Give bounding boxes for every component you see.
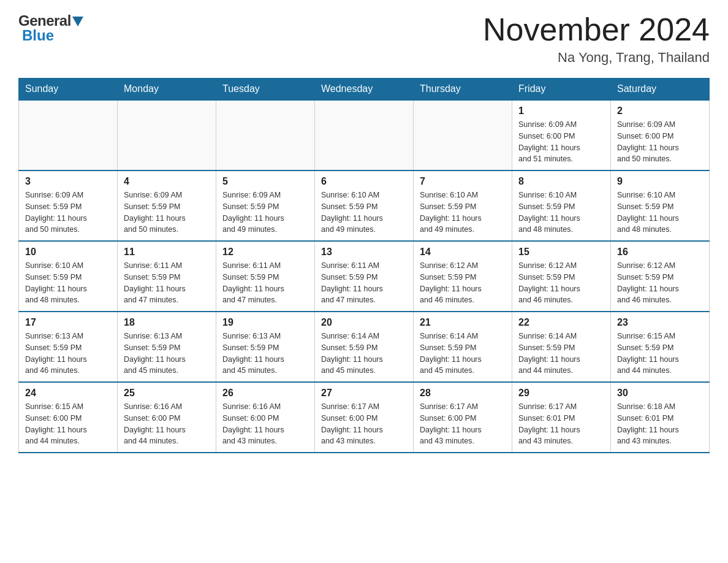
- day-info: Sunrise: 6:10 AM Sunset: 5:59 PM Dayligh…: [617, 190, 703, 236]
- day-number: 13: [321, 247, 407, 258]
- calendar-week-4: 17Sunrise: 6:13 AM Sunset: 5:59 PM Dayli…: [19, 312, 710, 382]
- day-info: Sunrise: 6:17 AM Sunset: 6:00 PM Dayligh…: [420, 401, 506, 447]
- day-info: Sunrise: 6:17 AM Sunset: 6:00 PM Dayligh…: [321, 401, 407, 447]
- day-number: 24: [25, 388, 111, 399]
- day-number: 26: [222, 388, 308, 399]
- day-number: 3: [25, 176, 111, 187]
- col-header-sunday: Sunday: [19, 79, 118, 101]
- calendar-cell: 6Sunrise: 6:10 AM Sunset: 5:59 PM Daylig…: [315, 170, 414, 241]
- calendar-cell: 1Sunrise: 6:09 AM Sunset: 6:00 PM Daylig…: [512, 100, 611, 170]
- day-number: 16: [617, 247, 703, 258]
- day-number: 28: [420, 388, 506, 399]
- calendar-cell: 8Sunrise: 6:10 AM Sunset: 5:59 PM Daylig…: [512, 170, 611, 241]
- day-number: 8: [518, 176, 604, 187]
- day-info: Sunrise: 6:15 AM Sunset: 6:00 PM Dayligh…: [25, 401, 111, 447]
- day-number: 7: [420, 176, 506, 187]
- location: Na Yong, Trang, Thailand: [483, 50, 710, 66]
- calendar-cell: 23Sunrise: 6:15 AM Sunset: 5:59 PM Dayli…: [611, 312, 710, 382]
- day-info: Sunrise: 6:13 AM Sunset: 5:59 PM Dayligh…: [25, 331, 111, 377]
- day-info: Sunrise: 6:11 AM Sunset: 5:59 PM Dayligh…: [222, 260, 308, 306]
- calendar-cell: 4Sunrise: 6:09 AM Sunset: 5:59 PM Daylig…: [118, 170, 216, 241]
- calendar-cell: 16Sunrise: 6:12 AM Sunset: 5:59 PM Dayli…: [611, 241, 710, 312]
- page-header: General Blue November 2024 Na Yong, Tran…: [18, 12, 710, 66]
- day-info: Sunrise: 6:09 AM Sunset: 6:00 PM Dayligh…: [617, 119, 703, 165]
- day-number: 29: [518, 388, 604, 399]
- day-info: Sunrise: 6:12 AM Sunset: 5:59 PM Dayligh…: [617, 260, 703, 306]
- col-header-thursday: Thursday: [414, 79, 512, 101]
- day-info: Sunrise: 6:16 AM Sunset: 6:00 PM Dayligh…: [124, 401, 210, 447]
- calendar-week-3: 10Sunrise: 6:10 AM Sunset: 5:59 PM Dayli…: [19, 241, 710, 312]
- title-section: November 2024 Na Yong, Trang, Thailand: [483, 12, 710, 66]
- calendar-cell: 20Sunrise: 6:14 AM Sunset: 5:59 PM Dayli…: [315, 312, 414, 382]
- calendar-cell: 2Sunrise: 6:09 AM Sunset: 6:00 PM Daylig…: [611, 100, 710, 170]
- day-number: 11: [124, 247, 210, 258]
- calendar-week-5: 24Sunrise: 6:15 AM Sunset: 6:00 PM Dayli…: [19, 382, 710, 453]
- calendar-cell: 18Sunrise: 6:13 AM Sunset: 5:59 PM Dayli…: [118, 312, 216, 382]
- calendar-cell: 10Sunrise: 6:10 AM Sunset: 5:59 PM Dayli…: [19, 241, 118, 312]
- day-number: 1: [518, 105, 604, 117]
- day-number: 15: [518, 247, 604, 258]
- calendar-cell: 14Sunrise: 6:12 AM Sunset: 5:59 PM Dayli…: [414, 241, 512, 312]
- day-number: 25: [124, 388, 210, 399]
- day-number: 9: [617, 176, 703, 187]
- day-info: Sunrise: 6:10 AM Sunset: 5:59 PM Dayligh…: [518, 190, 604, 236]
- day-info: Sunrise: 6:10 AM Sunset: 5:59 PM Dayligh…: [321, 190, 407, 236]
- day-number: 20: [321, 317, 407, 328]
- day-info: Sunrise: 6:14 AM Sunset: 5:59 PM Dayligh…: [420, 331, 506, 377]
- day-info: Sunrise: 6:16 AM Sunset: 6:00 PM Dayligh…: [222, 401, 308, 447]
- calendar-cell: 30Sunrise: 6:18 AM Sunset: 6:01 PM Dayli…: [611, 382, 710, 453]
- day-number: 21: [420, 317, 506, 328]
- calendar-cell: 17Sunrise: 6:13 AM Sunset: 5:59 PM Dayli…: [19, 312, 118, 382]
- calendar-cell: 24Sunrise: 6:15 AM Sunset: 6:00 PM Dayli…: [19, 382, 118, 453]
- calendar-cell: 29Sunrise: 6:17 AM Sunset: 6:01 PM Dayli…: [512, 382, 611, 453]
- calendar-cell: [216, 100, 315, 170]
- calendar-week-1: 1Sunrise: 6:09 AM Sunset: 6:00 PM Daylig…: [19, 100, 710, 170]
- day-info: Sunrise: 6:11 AM Sunset: 5:59 PM Dayligh…: [321, 260, 407, 306]
- day-number: 22: [518, 317, 604, 328]
- calendar-cell: [118, 100, 216, 170]
- day-number: 6: [321, 176, 407, 187]
- day-number: 10: [25, 247, 111, 258]
- col-header-friday: Friday: [512, 79, 611, 101]
- day-info: Sunrise: 6:17 AM Sunset: 6:01 PM Dayligh…: [518, 401, 604, 447]
- day-info: Sunrise: 6:14 AM Sunset: 5:59 PM Dayligh…: [321, 331, 407, 377]
- calendar-table: SundayMondayTuesdayWednesdayThursdayFrid…: [18, 78, 710, 453]
- calendar-cell: 11Sunrise: 6:11 AM Sunset: 5:59 PM Dayli…: [118, 241, 216, 312]
- day-info: Sunrise: 6:15 AM Sunset: 5:59 PM Dayligh…: [617, 331, 703, 377]
- day-info: Sunrise: 6:09 AM Sunset: 5:59 PM Dayligh…: [222, 190, 308, 236]
- calendar-cell: 9Sunrise: 6:10 AM Sunset: 5:59 PM Daylig…: [611, 170, 710, 241]
- calendar-cell: [19, 100, 118, 170]
- day-number: 14: [420, 247, 506, 258]
- day-info: Sunrise: 6:13 AM Sunset: 5:59 PM Dayligh…: [222, 331, 308, 377]
- col-header-monday: Monday: [118, 79, 216, 101]
- day-number: 4: [124, 176, 210, 187]
- day-number: 23: [617, 317, 703, 328]
- day-number: 12: [222, 247, 308, 258]
- day-number: 17: [25, 317, 111, 328]
- day-number: 27: [321, 388, 407, 399]
- calendar-cell: [315, 100, 414, 170]
- calendar-cell: 19Sunrise: 6:13 AM Sunset: 5:59 PM Dayli…: [216, 312, 315, 382]
- calendar-cell: 15Sunrise: 6:12 AM Sunset: 5:59 PM Dayli…: [512, 241, 611, 312]
- day-info: Sunrise: 6:10 AM Sunset: 5:59 PM Dayligh…: [420, 190, 506, 236]
- svg-marker-0: [72, 17, 83, 26]
- calendar-cell: 13Sunrise: 6:11 AM Sunset: 5:59 PM Dayli…: [315, 241, 414, 312]
- calendar-cell: 26Sunrise: 6:16 AM Sunset: 6:00 PM Dayli…: [216, 382, 315, 453]
- calendar-cell: 7Sunrise: 6:10 AM Sunset: 5:59 PM Daylig…: [414, 170, 512, 241]
- day-number: 19: [222, 317, 308, 328]
- calendar-cell: 22Sunrise: 6:14 AM Sunset: 5:59 PM Dayli…: [512, 312, 611, 382]
- day-number: 18: [124, 317, 210, 328]
- col-header-tuesday: Tuesday: [216, 79, 315, 101]
- day-info: Sunrise: 6:09 AM Sunset: 5:59 PM Dayligh…: [25, 190, 111, 236]
- calendar-cell: 25Sunrise: 6:16 AM Sunset: 6:00 PM Dayli…: [118, 382, 216, 453]
- day-info: Sunrise: 6:12 AM Sunset: 5:59 PM Dayligh…: [518, 260, 604, 306]
- calendar-cell: 12Sunrise: 6:11 AM Sunset: 5:59 PM Dayli…: [216, 241, 315, 312]
- day-number: 5: [222, 176, 308, 187]
- logo: General Blue: [18, 12, 83, 44]
- col-header-saturday: Saturday: [611, 79, 710, 101]
- day-number: 30: [617, 388, 703, 399]
- calendar-cell: 28Sunrise: 6:17 AM Sunset: 6:00 PM Dayli…: [414, 382, 512, 453]
- day-info: Sunrise: 6:13 AM Sunset: 5:59 PM Dayligh…: [124, 331, 210, 377]
- day-info: Sunrise: 6:09 AM Sunset: 6:00 PM Dayligh…: [518, 119, 604, 165]
- logo-blue-text: Blue: [22, 27, 54, 44]
